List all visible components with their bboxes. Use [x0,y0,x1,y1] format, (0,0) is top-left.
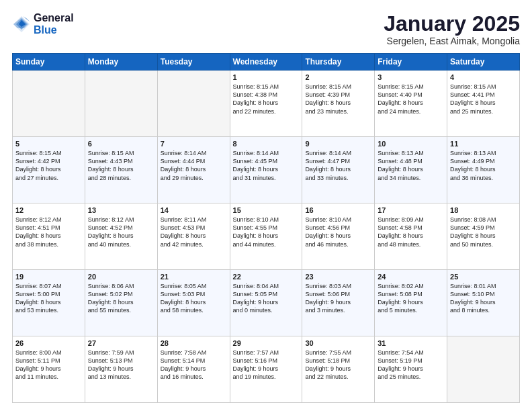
day-number: 11 [450,140,517,148]
table-row: 23Sunrise: 8:03 AM Sunset: 5:06 PM Dayli… [302,270,375,336]
day-number: 7 [161,140,227,148]
day-number: 3 [378,73,444,81]
table-row: 30Sunrise: 7:55 AM Sunset: 5:18 PM Dayli… [302,336,375,403]
table-row: 24Sunrise: 8:02 AM Sunset: 5:08 PM Dayli… [375,270,447,336]
day-number: 1 [233,73,300,81]
day-number: 30 [305,339,371,347]
col-saturday: Saturday [447,54,520,71]
day-number: 23 [305,273,371,281]
table-row: 21Sunrise: 8:05 AM Sunset: 5:03 PM Dayli… [157,270,230,336]
day-number: 25 [450,273,517,281]
day-info: Sunrise: 8:08 AM Sunset: 4:59 PM Dayligh… [450,216,517,248]
table-row: 26Sunrise: 8:00 AM Sunset: 5:11 PM Dayli… [13,336,85,403]
day-number: 29 [233,339,300,347]
day-number: 17 [378,206,444,214]
day-info: Sunrise: 8:15 AM Sunset: 4:39 PM Dayligh… [305,83,371,116]
day-number: 4 [450,73,517,81]
logo-blue: Blue [34,24,74,36]
calendar-week-2: 5Sunrise: 8:15 AM Sunset: 4:42 PM Daylig… [13,137,520,203]
table-row: 4Sunrise: 8:15 AM Sunset: 4:41 PM Daylig… [447,71,520,137]
day-info: Sunrise: 8:07 AM Sunset: 5:00 PM Dayligh… [15,282,82,315]
subtitle: Sergelen, East Aimak, Mongolia [384,36,520,46]
table-row: 2Sunrise: 8:15 AM Sunset: 4:39 PM Daylig… [302,71,375,137]
table-row: 7Sunrise: 8:14 AM Sunset: 4:44 PM Daylig… [157,137,230,203]
calendar-week-1: 1Sunrise: 8:15 AM Sunset: 4:38 PM Daylig… [13,71,520,137]
table-row: 15Sunrise: 8:10 AM Sunset: 4:55 PM Dayli… [230,203,302,270]
table-row: 1Sunrise: 8:15 AM Sunset: 4:38 PM Daylig… [230,71,302,137]
day-info: Sunrise: 8:06 AM Sunset: 5:02 PM Dayligh… [88,282,154,315]
table-row: 20Sunrise: 8:06 AM Sunset: 5:02 PM Dayli… [85,270,157,336]
day-number: 21 [161,273,227,281]
table-row [13,71,85,137]
table-row: 6Sunrise: 8:15 AM Sunset: 4:43 PM Daylig… [85,137,157,203]
day-info: Sunrise: 8:00 AM Sunset: 5:11 PM Dayligh… [15,349,82,381]
table-row [447,336,520,403]
header-row: Sunday Monday Tuesday Wednesday Thursday… [13,54,520,71]
day-info: Sunrise: 8:15 AM Sunset: 4:42 PM Dayligh… [15,149,82,182]
table-row: 22Sunrise: 8:04 AM Sunset: 5:05 PM Dayli… [230,270,302,336]
calendar-week-4: 19Sunrise: 8:07 AM Sunset: 5:00 PM Dayli… [13,270,520,336]
day-info: Sunrise: 7:55 AM Sunset: 5:18 PM Dayligh… [305,349,371,381]
day-info: Sunrise: 7:57 AM Sunset: 5:16 PM Dayligh… [233,349,300,381]
day-number: 19 [15,273,82,281]
day-info: Sunrise: 8:04 AM Sunset: 5:05 PM Dayligh… [233,282,300,315]
col-friday: Friday [375,54,447,71]
table-row: 28Sunrise: 7:58 AM Sunset: 5:14 PM Dayli… [157,336,230,403]
table-row: 12Sunrise: 8:12 AM Sunset: 4:51 PM Dayli… [13,203,85,270]
day-number: 31 [378,339,444,347]
day-info: Sunrise: 8:09 AM Sunset: 4:58 PM Dayligh… [378,216,444,248]
table-row: 19Sunrise: 8:07 AM Sunset: 5:00 PM Dayli… [13,270,85,336]
logo-text: General Blue [34,12,74,36]
day-info: Sunrise: 7:58 AM Sunset: 5:14 PM Dayligh… [161,349,227,381]
day-info: Sunrise: 8:10 AM Sunset: 4:55 PM Dayligh… [233,216,300,248]
day-info: Sunrise: 8:13 AM Sunset: 4:49 PM Dayligh… [450,149,517,182]
day-info: Sunrise: 8:12 AM Sunset: 4:51 PM Dayligh… [15,216,82,248]
day-info: Sunrise: 8:05 AM Sunset: 5:03 PM Dayligh… [161,282,227,315]
day-number: 8 [233,140,300,148]
table-row: 13Sunrise: 8:12 AM Sunset: 4:52 PM Dayli… [85,203,157,270]
col-sunday: Sunday [13,54,85,71]
day-info: Sunrise: 8:02 AM Sunset: 5:08 PM Dayligh… [378,282,444,315]
day-info: Sunrise: 8:10 AM Sunset: 4:56 PM Dayligh… [305,216,371,248]
day-info: Sunrise: 8:01 AM Sunset: 5:10 PM Dayligh… [450,282,517,315]
day-number: 26 [15,339,82,347]
table-row: 8Sunrise: 8:14 AM Sunset: 4:45 PM Daylig… [230,137,302,203]
day-number: 18 [450,206,517,214]
page: General Blue January 2025 Sergelen, East… [0,0,532,411]
day-info: Sunrise: 8:14 AM Sunset: 4:45 PM Dayligh… [233,149,300,182]
month-title: January 2025 [384,12,520,36]
table-row: 9Sunrise: 8:14 AM Sunset: 4:47 PM Daylig… [302,137,375,203]
table-row: 29Sunrise: 7:57 AM Sunset: 5:16 PM Dayli… [230,336,302,403]
calendar-week-5: 26Sunrise: 8:00 AM Sunset: 5:11 PM Dayli… [13,336,520,403]
col-thursday: Thursday [302,54,375,71]
table-row: 3Sunrise: 8:15 AM Sunset: 4:40 PM Daylig… [375,71,447,137]
day-info: Sunrise: 8:14 AM Sunset: 4:44 PM Dayligh… [161,149,227,182]
day-number: 13 [88,206,154,214]
table-row [85,71,157,137]
day-number: 16 [305,206,371,214]
day-number: 9 [305,140,371,148]
table-row: 17Sunrise: 8:09 AM Sunset: 4:58 PM Dayli… [375,203,447,270]
day-info: Sunrise: 8:14 AM Sunset: 4:47 PM Dayligh… [305,149,371,182]
table-row: 11Sunrise: 8:13 AM Sunset: 4:49 PM Dayli… [447,137,520,203]
table-row: 31Sunrise: 7:54 AM Sunset: 5:19 PM Dayli… [375,336,447,403]
day-info: Sunrise: 8:03 AM Sunset: 5:06 PM Dayligh… [305,282,371,315]
day-info: Sunrise: 8:15 AM Sunset: 4:38 PM Dayligh… [233,83,300,116]
day-info: Sunrise: 8:12 AM Sunset: 4:52 PM Dayligh… [88,216,154,248]
calendar: Sunday Monday Tuesday Wednesday Thursday… [12,53,520,403]
day-number: 6 [88,140,154,148]
table-row: 27Sunrise: 7:59 AM Sunset: 5:13 PM Dayli… [85,336,157,403]
col-monday: Monday [85,54,157,71]
day-number: 14 [161,206,227,214]
logo-general: General [34,12,74,24]
day-info: Sunrise: 7:54 AM Sunset: 5:19 PM Dayligh… [378,349,444,381]
day-number: 20 [88,273,154,281]
day-number: 27 [88,339,154,347]
day-info: Sunrise: 8:15 AM Sunset: 4:43 PM Dayligh… [88,149,154,182]
table-row: 16Sunrise: 8:10 AM Sunset: 4:56 PM Dayli… [302,203,375,270]
day-info: Sunrise: 8:11 AM Sunset: 4:53 PM Dayligh… [161,216,227,248]
col-wednesday: Wednesday [230,54,302,71]
header: General Blue January 2025 Sergelen, East… [12,12,520,46]
calendar-week-3: 12Sunrise: 8:12 AM Sunset: 4:51 PM Dayli… [13,203,520,270]
day-info: Sunrise: 8:15 AM Sunset: 4:41 PM Dayligh… [450,83,517,116]
